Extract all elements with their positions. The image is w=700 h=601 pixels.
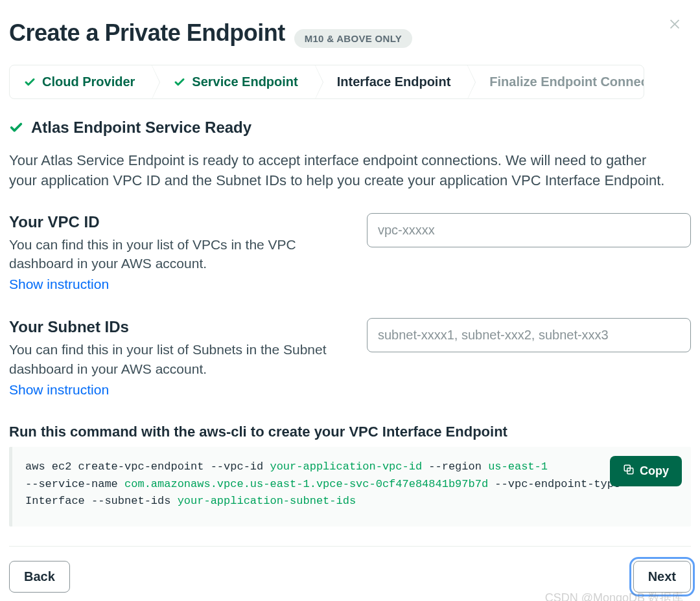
cmd-text: --region [422,460,488,473]
cmd-highlight-region: us-east-1 [488,460,548,473]
check-icon [9,120,23,135]
vpc-id-section: Your VPC ID You can find this in your li… [9,213,691,293]
copy-button[interactable]: Copy [610,456,682,486]
cmd-text: aws ec2 create-vpc-endpoint --vpc-id [25,460,270,473]
subnet-ids-input[interactable] [367,318,691,352]
cmd-text: --service-name [25,478,124,490]
step-label: Service Endpoint [192,74,298,89]
subnet-ids-section: Your Subnet IDs You can find this in you… [9,318,691,398]
copy-label: Copy [640,464,669,478]
cmd-highlight-service: com.amazonaws.vpce.us-east-1.vpce-svc-0c… [124,478,488,490]
vpc-id-input[interactable] [367,213,691,247]
step-label: Cloud Provider [42,74,135,89]
subnet-show-instruction-link[interactable]: Show instruction [9,382,341,398]
close-icon[interactable] [668,16,682,33]
command-heading: Run this command with the aws-cli to cre… [9,424,691,440]
status-title: Atlas Endpoint Service Ready [31,119,251,137]
check-icon [174,76,185,88]
cmd-highlight-subnets: your-application-subnet-ids [178,495,356,507]
subnet-ids-label: Your Subnet IDs [9,318,341,336]
wizard-stepper: Cloud Provider Service Endpoint Interfac… [9,65,644,99]
next-button[interactable]: Next [633,561,691,593]
vpc-id-label: Your VPC ID [9,213,341,231]
cmd-highlight-vpc: your-application-vpc-id [270,460,422,473]
step-finalize[interactable]: Finalize Endpoint Connection [467,65,644,98]
footer: Back Next [9,561,691,593]
check-icon [24,76,36,88]
subnet-ids-desc: You can find this in your list of Subnet… [9,340,341,378]
step-cloud-provider[interactable]: Cloud Provider [10,65,152,98]
vpc-id-desc: You can find this in your list of VPCs i… [9,235,341,273]
tier-badge: M10 & ABOVE ONLY [294,29,412,48]
divider [9,546,691,547]
step-label: Finalize Endpoint Connection [489,74,644,89]
copy-icon [623,464,635,479]
page-title: Create a Private Endpoint [9,19,285,47]
back-button[interactable]: Back [9,561,70,593]
step-label: Interface Endpoint [337,74,451,89]
cli-command-block: Copy aws ec2 create-vpc-endpoint --vpc-i… [9,447,691,527]
step-service-endpoint[interactable]: Service Endpoint [152,65,314,98]
intro-text: Your Atlas Service Endpoint is ready to … [9,151,670,191]
vpc-show-instruction-link[interactable]: Show instruction [9,277,341,292]
status-row: Atlas Endpoint Service Ready [9,119,691,137]
step-interface-endpoint[interactable]: Interface Endpoint [315,65,468,98]
